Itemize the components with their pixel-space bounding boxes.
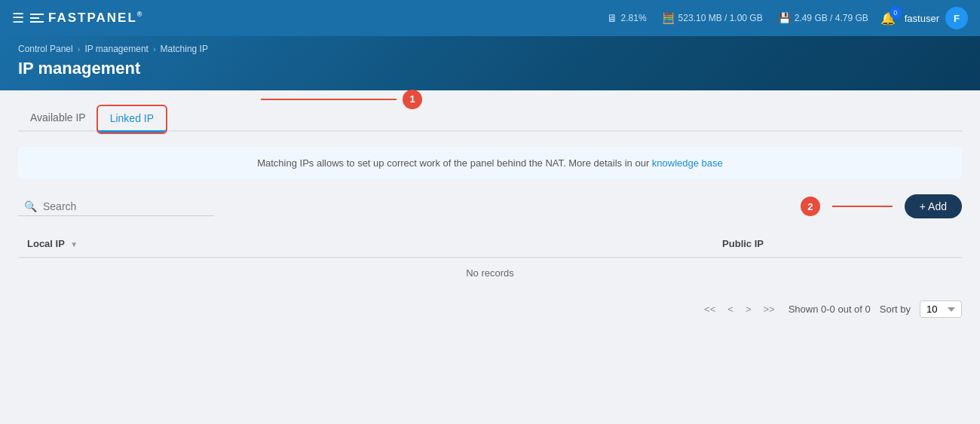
hamburger-menu[interactable]: ☰ bbox=[12, 10, 24, 26]
data-table: Local IP ▼ Public IP No records bbox=[18, 230, 962, 288]
logo-icon bbox=[30, 14, 44, 23]
breadcrumb-home[interactable]: Control Panel bbox=[18, 44, 73, 54]
tab-available-ip[interactable]: Available IP bbox=[18, 105, 98, 132]
last-page-button[interactable]: >> bbox=[758, 302, 779, 316]
brand-area: ☰ FASTPANEL® bbox=[12, 10, 598, 26]
pagination-buttons: << < > >> bbox=[700, 302, 779, 316]
user-area: 🔔 0 fastuser F bbox=[877, 7, 968, 29]
table-row-empty: No records bbox=[18, 258, 962, 288]
breadcrumb: Control Panel › IP management › Matching… bbox=[18, 44, 962, 54]
disk-stat: 💾 2.49 GB / 4.79 GB bbox=[778, 12, 868, 24]
sort-by-label: Sort by bbox=[880, 304, 911, 315]
breadcrumb-sep1: › bbox=[78, 44, 81, 53]
no-records-text: No records bbox=[18, 258, 962, 288]
tab-linked-ip[interactable]: Linked IP bbox=[98, 106, 166, 133]
ram-value: 523.10 MB / 1.00 GB bbox=[678, 13, 763, 23]
table-header-row: Local IP ▼ Public IP bbox=[18, 230, 962, 258]
breadcrumb-ip-management[interactable]: IP management bbox=[84, 44, 149, 54]
user-avatar[interactable]: F bbox=[945, 7, 968, 29]
top-navigation: ☰ FASTPANEL® 🖥 2.81% 🧮 523.10 MB / 1.00 … bbox=[0, 0, 980, 36]
ram-stat: 🧮 523.10 MB / 1.00 GB bbox=[662, 12, 763, 24]
search-icon: 🔍 bbox=[24, 200, 37, 212]
annotation-badge-1: 1 bbox=[403, 90, 422, 109]
main-content: Available IP Linked IP 1 Matching IPs al… bbox=[0, 90, 980, 333]
disk-value: 2.49 GB / 4.79 GB bbox=[795, 13, 868, 23]
stats-bar: 🖥 2.81% 🧮 523.10 MB / 1.00 GB 💾 2.49 GB … bbox=[607, 12, 868, 24]
notification-badge: 0 bbox=[890, 7, 902, 19]
brand-logo: FASTPANEL® bbox=[30, 11, 143, 26]
brand-name: FASTPANEL® bbox=[48, 11, 143, 26]
first-page-button[interactable]: << bbox=[700, 302, 720, 316]
prev-page-button[interactable]: < bbox=[723, 302, 738, 316]
next-page-button[interactable]: > bbox=[741, 302, 756, 316]
sort-select[interactable]: 10 25 50 100 bbox=[920, 300, 962, 318]
ram-icon: 🧮 bbox=[662, 12, 675, 24]
add-button[interactable]: + Add bbox=[905, 194, 962, 218]
tabs-row: Available IP Linked IP 1 bbox=[18, 105, 962, 132]
annotation-badge-2: 2 bbox=[801, 197, 820, 216]
toolbar: 🔍 2 + Add bbox=[18, 194, 962, 218]
pagination-row: << < > >> Shown 0-0 out of 0 Sort by 10 … bbox=[18, 300, 962, 318]
sort-arrow-local-ip: ▼ bbox=[70, 240, 78, 249]
shown-count: Shown 0-0 out of 0 bbox=[789, 304, 871, 315]
disk-icon: 💾 bbox=[778, 12, 791, 24]
info-banner: Matching IPs allows to set up correct wo… bbox=[18, 147, 962, 179]
page-header: Control Panel › IP management › Matching… bbox=[0, 36, 980, 90]
search-wrapper: 🔍 bbox=[18, 197, 214, 216]
breadcrumb-current: Matching IP bbox=[161, 44, 208, 54]
notifications-button[interactable]: 🔔 0 bbox=[877, 8, 899, 29]
info-text: Matching IPs allows to set up correct wo… bbox=[257, 157, 652, 169]
username-label: fastuser bbox=[905, 13, 939, 24]
breadcrumb-sep2: › bbox=[153, 44, 156, 53]
page-title: IP management bbox=[18, 59, 962, 78]
cpu-icon: 🖥 bbox=[607, 12, 617, 24]
col-local-ip[interactable]: Local IP ▼ bbox=[18, 230, 524, 258]
cpu-stat: 🖥 2.81% bbox=[607, 12, 647, 24]
cpu-value: 2.81% bbox=[621, 13, 647, 23]
col-public-ip: Public IP bbox=[524, 230, 962, 258]
search-input[interactable] bbox=[43, 200, 208, 212]
knowledge-base-link[interactable]: knowledge base bbox=[652, 157, 723, 169]
